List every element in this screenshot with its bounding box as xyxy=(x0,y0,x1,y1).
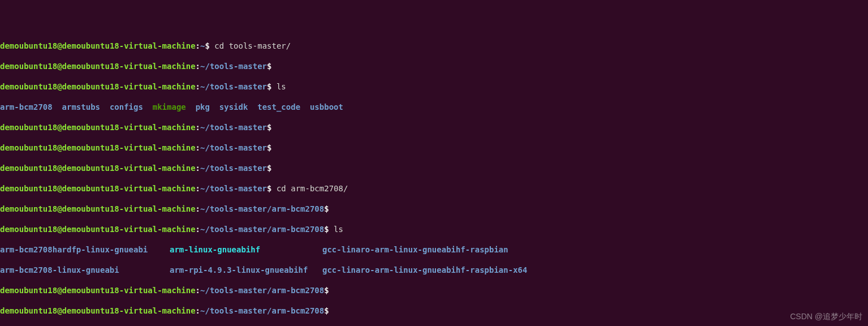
terminal-line: demoubuntu18@demoubuntu18-virtual-machin… xyxy=(0,41,868,51)
ls-output: arm-bcm2708hardfp-linux-gnueabiarm-linux… xyxy=(0,244,868,255)
terminal-line: demoubuntu18@demoubuntu18-virtual-machin… xyxy=(0,224,868,234)
terminal-line: demoubuntu18@demoubuntu18-virtual-machin… xyxy=(0,122,868,132)
terminal-line: demoubuntu18@demoubuntu18-virtual-machin… xyxy=(0,306,868,316)
terminal[interactable]: demoubuntu18@demoubuntu18-virtual-machin… xyxy=(0,31,868,326)
terminal-line: demoubuntu18@demoubuntu18-virtual-machin… xyxy=(0,183,868,194)
terminal-line: demoubuntu18@demoubuntu18-virtual-machin… xyxy=(0,285,868,295)
terminal-line: demoubuntu18@demoubuntu18-virtual-machin… xyxy=(0,143,868,153)
watermark: CSDN @追梦少年时 xyxy=(790,311,862,321)
terminal-line: demoubuntu18@demoubuntu18-virtual-machin… xyxy=(0,61,868,71)
terminal-line: demoubuntu18@demoubuntu18-virtual-machin… xyxy=(0,82,868,92)
ls-output: arm-bcm2708 armstubs configs mkimage pkg… xyxy=(0,102,868,112)
terminal-line: demoubuntu18@demoubuntu18-virtual-machin… xyxy=(0,163,868,173)
terminal-line: demoubuntu18@demoubuntu18-virtual-machin… xyxy=(0,204,868,214)
ls-output: arm-bcm2708-linux-gnueabiarm-rpi-4.9.3-l… xyxy=(0,265,868,275)
